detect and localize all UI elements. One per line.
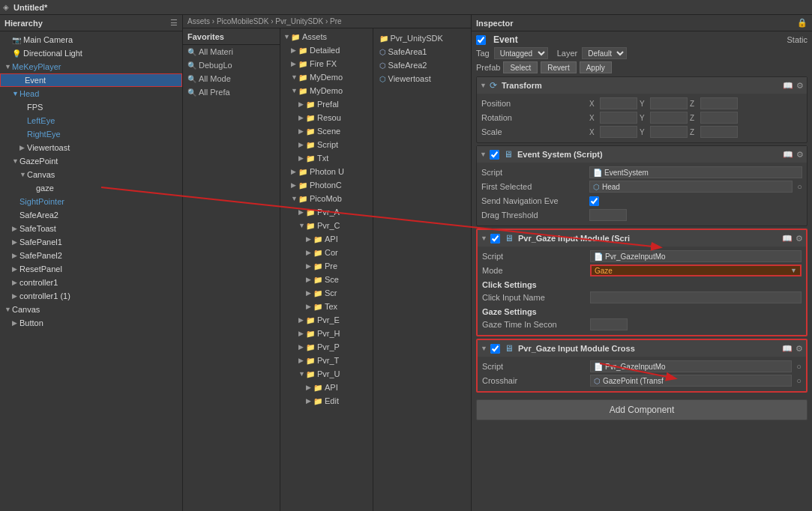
pos-x-input[interactable]: 0 [600, 97, 637, 109]
asset-item-cor[interactable]: ▶ 📁 Cor [280, 246, 373, 259]
transform-header[interactable]: ▼ ⟳ Transform 📖 ⚙ [477, 77, 807, 94]
asset-item-photon-u[interactable]: ▶ 📁 Photon U [280, 165, 373, 178]
asset-item-pvr-c[interactable]: ▼ 📁 Pvr_C [280, 219, 373, 232]
asset-item-script[interactable]: ▶ 📁 Script [280, 138, 373, 151]
asset-item-txt[interactable]: ▶ 📁 Txt [280, 151, 373, 165]
asset-preview-safearea2[interactable]: ⬡ SafeArea2 [376, 58, 469, 72]
gaze-cross-header[interactable]: ▼ 🖥 Pvr_Gaze Input Module Cross 📖 ⚙ [478, 340, 806, 357]
hierarchy-item-button[interactable]: ▶ Button [0, 316, 182, 330]
gaze-cross-gear-icon[interactable]: ⚙ [796, 344, 803, 354]
asset-item-pvr-p[interactable]: ▶ 📁 Pvr_P [280, 340, 373, 354]
gaze-input-gear-icon[interactable]: ⚙ [796, 234, 803, 244]
hierarchy-item-sightpointer[interactable]: SightPointer [0, 195, 182, 208]
asset-item-pre[interactable]: ▶ 📁 Pre [280, 259, 373, 273]
hierarchy-item-resetpanel[interactable]: ▶ ResetPanel [0, 262, 182, 276]
event-system-header[interactable]: ▼ 🖥 Event System (Script) 📖 ⚙ [477, 146, 807, 163]
eventsystem-gear-icon[interactable]: ⚙ [796, 150, 804, 160]
asset-item-mydemo[interactable]: ▼ 📁 MyDemo [280, 70, 373, 84]
asset-item-resou[interactable]: ▶ 📁 Resou [280, 111, 373, 124]
gaze-mode-dropdown[interactable]: Gaze ▼ [590, 264, 802, 276]
eventsystem-script-value[interactable]: 📄 EventSystem [589, 166, 802, 178]
hierarchy-item-safepanel1[interactable]: ▶ SafePanel1 [0, 235, 182, 249]
lock-icon[interactable]: 🔒 [797, 18, 808, 28]
asset-item-scene[interactable]: ▶ 📁 Scene [280, 124, 373, 138]
scale-z-input[interactable]: 1 [700, 126, 738, 138]
sendnav-checkbox[interactable] [589, 196, 599, 206]
select-button[interactable]: Select [503, 61, 538, 73]
asset-item-fire-fx[interactable]: ▶ 📁 Fire FX [280, 57, 373, 70]
eventsystem-firstselected-value[interactable]: ⬡ Head [589, 181, 793, 193]
hierarchy-item-viewertoast[interactable]: ▶ Viewertoast [0, 141, 182, 154]
asset-item-picomob[interactable]: ▼ 📁 PicoMob [280, 192, 373, 205]
asset-item-tex[interactable]: ▶ 📁 Tex [280, 300, 373, 313]
asset-item-assets[interactable]: ▼ 📁 Assets [280, 30, 373, 43]
asset-item-pvr-u[interactable]: ▼ 📁 Pvr_U [280, 367, 373, 381]
hierarchy-item-righteye[interactable]: RightEye [0, 127, 182, 141]
asset-item-pvr-h[interactable]: ▶ 📁 Pvr_H [280, 327, 373, 340]
pos-z-input[interactable]: 0 [700, 97, 738, 109]
hierarchy-item-canvas-root[interactable]: ▼ Canvas [0, 303, 182, 316]
asset-item-edit[interactable]: ▶ 📁 Edit [280, 394, 373, 408]
hierarchy-item-controller1-1[interactable]: ▶ controller1 (1) [0, 289, 182, 303]
drag-threshold-input[interactable]: 5 [589, 209, 627, 221]
hierarchy-item-gaze[interactable]: gaze [0, 181, 182, 195]
hierarchy-item-safearea2[interactable]: SafeArea2 [0, 208, 182, 222]
hierarchy-item-safepanel2[interactable]: ▶ SafePanel2 [0, 249, 182, 262]
asset-item-api2[interactable]: ▶ 📁 API [280, 381, 373, 394]
asset-preview-viewertoast[interactable]: ⬡ Viewertoast [376, 72, 469, 85]
hierarchy-item-fps[interactable]: FPS [0, 100, 182, 114]
asset-item-mydemo2[interactable]: ▼ 📁 MyDemo [280, 84, 373, 97]
firstselected-circle[interactable]: ○ [797, 182, 802, 191]
transform-gear-icon[interactable]: ⚙ [796, 81, 804, 91]
click-input-name-input[interactable]: Submit [590, 291, 802, 303]
asset-item-api[interactable]: ▶ 📁 API [280, 232, 373, 246]
asset-item-pvr-t[interactable]: ▶ 📁 Pvr_T [280, 354, 373, 367]
hierarchy-item-canvas[interactable]: ▼ Canvas [0, 168, 182, 181]
rot-y-input[interactable]: 0 [650, 112, 688, 124]
scale-y-input[interactable]: 1 [650, 126, 688, 138]
fav-item-debuglog[interactable]: 🔍 DebugLo [183, 58, 280, 72]
asset-item-detailed[interactable]: ▶ 📁 Detailed [280, 43, 373, 57]
crosshair-value[interactable]: ⬡ GazePoint (Transf [590, 375, 792, 387]
asset-preview-safearea1[interactable]: ⬡ SafeArea1 [376, 45, 469, 58]
hierarchy-item-controller1[interactable]: ▶ controller1 [0, 276, 182, 289]
revert-button[interactable]: Revert [541, 61, 576, 73]
cross-script-circle[interactable]: ○ [796, 362, 802, 371]
asset-preview-pvr-unitysdk[interactable]: 📁 Pvr_UnitySDK [376, 31, 469, 45]
gaze-input-header[interactable]: ▼ 🖥 Pvr_Gaze Input Module (Scri 📖 ⚙ [478, 230, 806, 247]
hierarchy-item-head[interactable]: ▼ Head [0, 87, 182, 100]
scale-x-input[interactable]: 1 [600, 126, 637, 138]
pos-y-input[interactable]: 0 [650, 97, 688, 109]
gaze-script-value[interactable]: 📄 Pvr_GazeInputMo [590, 250, 802, 262]
asset-item-pvr-e[interactable]: ▶ 📁 Pvr_E [280, 313, 373, 327]
rot-x-input[interactable]: 0 [600, 112, 637, 124]
hierarchy-item-main-camera[interactable]: 📷 Main Camera [0, 33, 182, 46]
fav-item-all-prefabs[interactable]: 🔍 All Prefa [183, 85, 280, 99]
gaze-time-input[interactable]: 2 [590, 318, 628, 330]
layer-select[interactable]: Default [582, 47, 627, 59]
hierarchy-item-directional-light[interactable]: 💡 Directional Light [0, 46, 182, 60]
eventsystem-checkbox[interactable] [490, 150, 499, 160]
hierarchy-item-mekeyplayer[interactable]: ▼ MeKeyPlayer [0, 60, 182, 73]
apply-button[interactable]: Apply [580, 61, 612, 73]
asset-item-pvr-a[interactable]: ▶ 📁 Pvr_A [280, 205, 373, 219]
tag-select[interactable]: Untagged [494, 47, 548, 59]
hierarchy-item-event[interactable]: Event [0, 73, 182, 87]
asset-item-scr[interactable]: ▶ 📁 Scr [280, 286, 373, 300]
crosshair-circle[interactable]: ○ [796, 376, 802, 385]
asset-item-prefab[interactable]: ▶ 📁 Prefal [280, 97, 373, 111]
fav-item-all-models[interactable]: 🔍 All Mode [183, 72, 280, 85]
cross-script-value[interactable]: 📄 Pvr_GazeInputMo [590, 360, 792, 372]
hierarchy-item-lefteye[interactable]: LeftEye [0, 114, 182, 127]
add-component-button[interactable]: Add Component [476, 399, 808, 420]
hierarchy-menu-icon[interactable]: ☰ [170, 18, 178, 28]
hierarchy-item-safetoast[interactable]: ▶ SafeToast [0, 222, 182, 235]
fav-item-all-materials[interactable]: 🔍 All Materi [183, 45, 280, 58]
object-active-checkbox[interactable] [476, 35, 486, 45]
hierarchy-item-gazepoint[interactable]: ▼ GazePoint [0, 154, 182, 168]
asset-item-photonc[interactable]: ▶ 📁 PhotonC [280, 178, 373, 192]
gaze-cross-checkbox[interactable] [490, 344, 500, 354]
gaze-input-checkbox[interactable] [490, 234, 500, 244]
rot-z-input[interactable]: 0 [700, 112, 738, 124]
asset-item-sce[interactable]: ▶ 📁 Sce [280, 273, 373, 286]
